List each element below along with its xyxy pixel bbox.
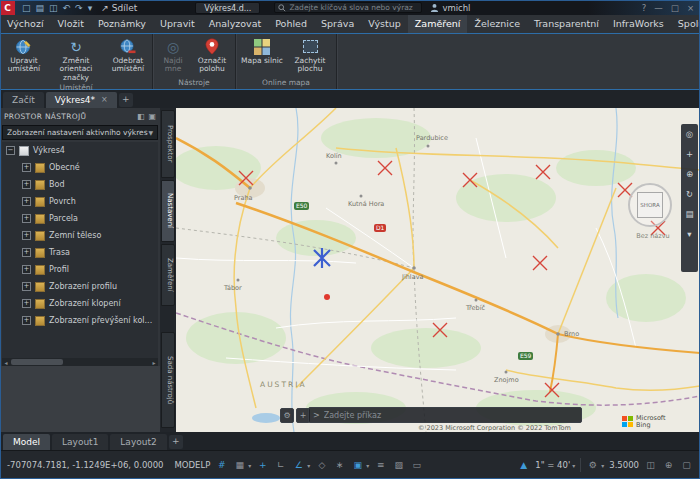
open-file-icon[interactable]: ▤ bbox=[36, 3, 45, 13]
new-layout-button[interactable]: + bbox=[169, 435, 183, 449]
collapse-icon[interactable]: − bbox=[6, 146, 15, 155]
osnap-caret-icon[interactable]: ▾ bbox=[366, 462, 369, 469]
tab-analyzovat[interactable]: Analyzovat bbox=[202, 15, 269, 33]
road-map-button[interactable]: Mapa silnic bbox=[239, 36, 285, 65]
annotation-visibility-icon[interactable]: ▲ bbox=[517, 458, 530, 472]
selection-cycling-icon[interactable]: ▭ bbox=[410, 458, 423, 472]
tab-poznamky[interactable]: Poznámky bbox=[91, 15, 153, 33]
group-label-online-mapa[interactable]: Online mapa bbox=[236, 77, 336, 89]
command-input[interactable] bbox=[324, 411, 577, 420]
qat-dropdown-icon[interactable]: ▾ bbox=[88, 3, 93, 13]
tree-item[interactable]: + Trasa bbox=[2, 244, 158, 261]
expand-icon[interactable]: + bbox=[22, 197, 31, 206]
viewcube[interactable]: SHORA bbox=[628, 183, 672, 227]
map-viewport[interactable]: Praha Kolín Kutná Hora Pardubice Jihlava… bbox=[176, 108, 700, 432]
tree-item[interactable]: + Zemní těleso bbox=[2, 227, 158, 244]
settings-view-dropdown[interactable]: Zobrazení nastavení aktivního výkresu ▼ bbox=[2, 125, 158, 140]
file-tab-drawing[interactable]: Výkres4* × bbox=[46, 92, 117, 108]
object-snap-icon[interactable]: ▣ bbox=[351, 458, 364, 472]
tree-item[interactable]: + Povrch bbox=[2, 193, 158, 210]
command-line[interactable]: > bbox=[308, 407, 582, 423]
isodraft-icon[interactable]: ◇ bbox=[315, 458, 328, 472]
side-tab-sada-nastroju[interactable]: Sada nástrojů bbox=[161, 332, 175, 428]
tree-root-row[interactable]: − Výkres4 bbox=[2, 142, 158, 159]
workspace-gear-icon[interactable]: ⚙ bbox=[586, 458, 599, 472]
tab-pohled[interactable]: Pohled bbox=[268, 15, 314, 33]
zoom-icon[interactable]: ⊕ bbox=[686, 169, 693, 179]
new-drawing-tab-button[interactable]: + bbox=[119, 93, 133, 107]
snap-icon[interactable]: ▦ bbox=[233, 458, 246, 472]
panel-properties-icon[interactable]: ◧ bbox=[137, 112, 145, 121]
expand-icon[interactable]: + bbox=[22, 282, 31, 291]
redo-icon[interactable]: ↷ bbox=[75, 3, 83, 13]
navbar-more-icon[interactable]: ▾ bbox=[687, 229, 691, 239]
clean-screen-icon[interactable]: ▢ bbox=[680, 458, 693, 472]
tab-model[interactable]: Model bbox=[3, 434, 50, 450]
transparency-icon[interactable]: ▨ bbox=[392, 458, 405, 472]
tree-horizontal-scrollbar[interactable]: ◂ ▸ bbox=[2, 358, 158, 366]
default-lineweight-value[interactable]: 3.5000 bbox=[609, 460, 639, 470]
grid-icon[interactable]: # bbox=[215, 458, 228, 472]
tab-zamereni[interactable]: Zaměření bbox=[408, 15, 468, 33]
orbit-icon[interactable]: ↻ bbox=[686, 189, 693, 199]
viewcube-top-face[interactable]: SHORA bbox=[637, 192, 663, 218]
share-button[interactable]: ↗ Sdílet bbox=[101, 3, 137, 13]
app-logo-icon[interactable]: C bbox=[0, 0, 15, 15]
steering-wheel-icon[interactable]: ◎ bbox=[686, 129, 693, 139]
tab-transparentni[interactable]: Transparentní bbox=[527, 15, 606, 33]
capture-area-button[interactable]: Zachytit plochu bbox=[287, 36, 333, 74]
tab-sprava[interactable]: Správa bbox=[314, 15, 361, 33]
polar-caret-icon[interactable]: ▾ bbox=[307, 462, 310, 469]
scroll-left-icon[interactable]: ◂ bbox=[2, 359, 10, 366]
object-snap-tracking-icon[interactable]: ∗ bbox=[333, 458, 346, 472]
isolate-objects-icon[interactable]: ◫ bbox=[644, 458, 657, 472]
tab-layout2[interactable]: Layout2 bbox=[110, 434, 166, 450]
change-orientation-button[interactable]: ↻ Změnit orientaci značky bbox=[47, 36, 105, 82]
ortho-icon[interactable]: ∟ bbox=[274, 458, 287, 472]
side-tab-prospektor[interactable]: Prospektor bbox=[161, 110, 175, 178]
settings-tree[interactable]: − Výkres4 + Obecné + Bod + Povrch + Parc… bbox=[2, 142, 158, 358]
expand-icon[interactable]: + bbox=[22, 231, 31, 240]
undo-icon[interactable]: ↶ bbox=[63, 3, 71, 13]
expand-icon[interactable]: + bbox=[22, 163, 31, 172]
close-icon[interactable]: × bbox=[687, 3, 694, 13]
mark-position-button[interactable]: Označit polohu bbox=[192, 36, 232, 74]
tab-vystup[interactable]: Výstup bbox=[361, 15, 408, 33]
scale-caret-icon[interactable]: ▾ bbox=[572, 462, 575, 469]
document-title-tab[interactable]: Výkres4.d... bbox=[195, 2, 260, 14]
dynamic-input-icon[interactable]: + bbox=[256, 458, 269, 472]
scroll-right-icon[interactable]: ▸ bbox=[150, 359, 158, 366]
tab-infraworks[interactable]: InfraWorks bbox=[606, 15, 671, 33]
expand-icon[interactable]: + bbox=[22, 265, 31, 274]
side-tab-zamereni[interactable]: Zaměření bbox=[161, 244, 175, 306]
find-me-button[interactable]: ◎ Najdi mne bbox=[156, 36, 190, 74]
showmotion-icon[interactable]: ▤ bbox=[685, 209, 693, 219]
side-tab-nastaveni[interactable]: Nastavení bbox=[161, 180, 175, 242]
tree-item[interactable]: + Zobrazení klopení bbox=[2, 295, 158, 312]
scrollbar-thumb[interactable] bbox=[11, 359, 63, 365]
tree-item[interactable]: + Zobrazení profilu bbox=[2, 278, 158, 295]
new-file-icon[interactable]: □ bbox=[22, 3, 31, 13]
customize-icon[interactable]: ⚙ bbox=[280, 408, 294, 423]
tree-item[interactable]: + Obecné bbox=[2, 159, 158, 176]
save-icon[interactable]: ◫ bbox=[49, 3, 58, 13]
model-space-button[interactable]: MODELP bbox=[175, 460, 211, 470]
user-account[interactable]: vmichl bbox=[430, 3, 470, 13]
tab-layout1[interactable]: Layout1 bbox=[52, 434, 108, 450]
tab-upravit[interactable]: Upravit bbox=[153, 15, 202, 33]
expand-icon[interactable]: + bbox=[22, 180, 31, 189]
tree-item[interactable]: + Profil bbox=[2, 261, 158, 278]
minimize-icon[interactable]: — bbox=[654, 3, 663, 13]
snap-caret-icon[interactable]: ▾ bbox=[248, 462, 251, 469]
tab-vychozi[interactable]: Výchozí bbox=[0, 15, 51, 33]
group-label-nastroje[interactable]: Nástroje bbox=[153, 77, 235, 89]
annotation-scale-button[interactable]: 1" = 40' bbox=[535, 460, 570, 470]
polar-tracking-icon[interactable]: ∠ bbox=[292, 458, 305, 472]
tree-item[interactable]: + Zobrazení převýšení kol... bbox=[2, 312, 158, 329]
maximize-icon[interactable]: □ bbox=[671, 3, 679, 13]
edit-location-button[interactable]: Upravit umístění bbox=[3, 36, 45, 74]
coordinates-display[interactable]: -707074.7181, -1.1249E+06, 0.0000 bbox=[7, 460, 164, 470]
workspace-caret-icon[interactable]: ▾ bbox=[601, 462, 604, 469]
graphics-performance-icon[interactable]: ⊕ bbox=[662, 458, 675, 472]
toolspace-header[interactable]: PROSTOR NÁSTROJŮ ◧ ▣ bbox=[0, 108, 160, 124]
